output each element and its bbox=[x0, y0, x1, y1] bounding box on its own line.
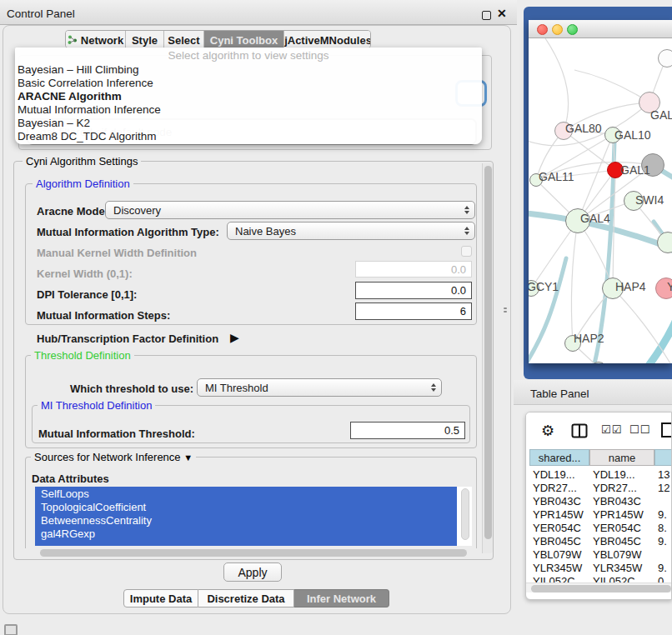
kernel-width-field[interactable]: 0.0 bbox=[355, 261, 472, 278]
close-icon[interactable]: ✕ bbox=[497, 7, 507, 20]
close-traffic-icon[interactable] bbox=[537, 24, 548, 35]
aracne-mode-combo[interactable]: Discovery bbox=[105, 201, 475, 219]
node-label: GAL80 bbox=[565, 122, 602, 135]
mi-type-combo[interactable]: Naive Bayes bbox=[227, 222, 475, 240]
apply-button[interactable]: Apply bbox=[223, 562, 282, 582]
expand-arrow-icon[interactable]: ▶ bbox=[230, 331, 239, 344]
mi-threshold-title: MI Threshold Definition bbox=[38, 399, 155, 412]
which-threshold-label: Which threshold to use: bbox=[70, 382, 193, 395]
minimized-panel-icon[interactable] bbox=[4, 624, 18, 635]
node-label: GAL bbox=[650, 108, 672, 122]
manual-kernel-checkbox[interactable] bbox=[461, 246, 472, 257]
control-panel-titlebar[interactable] bbox=[0, 0, 517, 25]
column-header-shared[interactable]: shared... bbox=[529, 449, 589, 466]
node-label: GAL1 bbox=[620, 163, 650, 177]
dropdown-item[interactable]: Mutual Information Inference bbox=[18, 103, 161, 116]
list-item[interactable]: SelfLoops bbox=[41, 488, 89, 500]
table-function-icon[interactable] bbox=[656, 422, 672, 438]
node-label: Y bbox=[667, 280, 672, 293]
network-canvas[interactable]: GAL GAL80 GAL10 GAL1 GAL11 SWI4 GAL4 GCY… bbox=[529, 38, 672, 363]
settings-vscrollbar[interactable] bbox=[482, 163, 493, 553]
show-columns-icon[interactable]: ☑☑ bbox=[601, 423, 622, 436]
tab-infer-network[interactable]: Infer Network bbox=[294, 589, 389, 608]
algorithm-definition-title: Algorithm Definition bbox=[33, 178, 133, 190]
dropdown-item[interactable]: Dream8 DC_TDC Algorithm bbox=[18, 130, 157, 142]
network-node[interactable] bbox=[658, 49, 672, 68]
attributes-list[interactable]: SelfLoops TopologicalCoefficient Between… bbox=[35, 487, 472, 546]
tab-impute-data[interactable]: Impute Data bbox=[123, 589, 198, 608]
column-view-icon[interactable] bbox=[571, 423, 588, 438]
cytopanel-tabs: Network Style Select Cyni Toolbox jActiv… bbox=[65, 30, 371, 48]
list-item[interactable]: gal4RGexp bbox=[41, 528, 95, 540]
dropdown-prompt: Select algorithm to view settings bbox=[15, 49, 482, 62]
tab-network[interactable]: Network bbox=[66, 31, 126, 48]
mi-threshold-label: Mutual Information Threshold: bbox=[38, 428, 195, 440]
splitter-handle[interactable] bbox=[503, 306, 508, 314]
settings-hscrollbar[interactable] bbox=[40, 549, 467, 557]
data-attributes-label: Data Attributes bbox=[32, 472, 109, 485]
node-label: GCY1 bbox=[529, 280, 559, 293]
settings-vscrollbar-thumb[interactable] bbox=[484, 166, 492, 539]
bottom-tabs: Impute Data Discretize Data Infer Networ… bbox=[123, 589, 389, 608]
tab-cyni-toolbox[interactable]: Cyni Toolbox bbox=[204, 31, 284, 48]
list-vscrollbar-thumb[interactable] bbox=[461, 488, 469, 540]
manual-kernel-label: Manual Kernel Width Definition bbox=[37, 247, 197, 259]
table-hscrollbar-thumb[interactable] bbox=[531, 585, 671, 592]
tab-jactivemnodules[interactable]: jActiveMNodules bbox=[284, 31, 371, 48]
node-label: HAP4 bbox=[615, 280, 646, 293]
application-window: Control Panel ✕ Network Style Select Cyn… bbox=[0, 0, 672, 635]
tab-select[interactable]: Select bbox=[164, 31, 204, 48]
control-panel-title: Control Panel bbox=[7, 8, 75, 20]
dpi-tolerance-field[interactable]: 0.0 bbox=[355, 282, 472, 299]
mi-steps-label: Mutual Information Steps: bbox=[37, 309, 170, 322]
network-window-titlebar[interactable] bbox=[529, 20, 672, 38]
which-threshold-combo[interactable]: MI Threshold bbox=[197, 378, 442, 397]
hide-columns-icon[interactable]: ☐☐ bbox=[629, 423, 650, 436]
threshold-title: Threshold Definition bbox=[31, 349, 134, 362]
node-label: GAL4 bbox=[580, 212, 610, 225]
tab-style[interactable]: Style bbox=[126, 31, 164, 48]
sources-title[interactable]: Sources for Network Inference ▼ bbox=[31, 451, 196, 463]
table-window: ⚙ ☑☑ ☐☐ shared... name YDL19...YDL19...1… bbox=[525, 412, 672, 600]
node-label: GAL10 bbox=[614, 128, 651, 142]
node-label: SWI4 bbox=[635, 193, 664, 207]
table-rows: YDL19...YDL19...13 YDR27...YDR27...12 YB… bbox=[526, 468, 672, 582]
cyni-settings-title: Cyni Algorithm Settings bbox=[23, 155, 141, 168]
tab-discretize-data[interactable]: Discretize Data bbox=[198, 589, 294, 608]
stepper-icon[interactable] bbox=[431, 383, 436, 392]
zoom-traffic-icon[interactable] bbox=[567, 24, 578, 35]
node-label: HAP2 bbox=[574, 332, 604, 345]
network-frame: GAL GAL80 GAL10 GAL1 GAL11 SWI4 GAL4 GCY… bbox=[524, 7, 672, 379]
mi-type-label: Mutual Information Algorithm Type: bbox=[37, 226, 219, 238]
algorithm-dropdown: Select algorithm to view settings Bayesi… bbox=[15, 48, 482, 144]
table-toolbar: ⚙ ☑☑ ☐☐ bbox=[526, 412, 672, 448]
dropdown-item[interactable]: Bayesian – K2 bbox=[18, 117, 90, 129]
list-item[interactable]: BetweennessCentrality bbox=[41, 514, 152, 527]
minimize-traffic-icon[interactable] bbox=[552, 24, 563, 35]
list-vscrollbar[interactable] bbox=[459, 487, 472, 546]
column-header-name[interactable]: name bbox=[589, 449, 654, 466]
tab-network-label: Network bbox=[81, 34, 123, 47]
control-panel: Control Panel ✕ Network Style Select Cyn… bbox=[0, 0, 517, 635]
column-header-partial[interactable] bbox=[654, 449, 672, 466]
dpi-tolerance-label: DPI Tolerance [0,1]: bbox=[37, 288, 137, 301]
stepper-icon[interactable] bbox=[464, 227, 469, 235]
stepper-icon[interactable] bbox=[464, 206, 469, 214]
node-label: GAL11 bbox=[539, 170, 574, 183]
network-window[interactable]: GAL GAL80 GAL10 GAL1 GAL11 SWI4 GAL4 GCY… bbox=[529, 20, 672, 363]
dropdown-item[interactable]: Basic Correlation Inference bbox=[18, 77, 153, 89]
dropdown-item[interactable]: Bayesian – Hill Climbing bbox=[18, 63, 139, 76]
list-item[interactable]: TopologicalCoefficient bbox=[41, 501, 146, 513]
collapse-arrow-icon[interactable]: ▼ bbox=[183, 452, 193, 462]
float-icon[interactable] bbox=[482, 11, 491, 20]
gear-icon[interactable]: ⚙ bbox=[541, 422, 554, 440]
mi-threshold-field[interactable]: 0.5 bbox=[350, 422, 465, 439]
table-panel-title: Table Panel bbox=[530, 388, 589, 400]
aracne-mode-label: Aracne Mode: bbox=[37, 205, 108, 218]
network-icon bbox=[68, 35, 78, 45]
dropdown-item-selected[interactable]: ARACNE Algorithm bbox=[18, 90, 122, 102]
kernel-width-label: Kernel Width (0,1): bbox=[37, 268, 133, 280]
table-hscrollbar[interactable] bbox=[526, 582, 672, 592]
hub-expander-label[interactable]: Hub/Transcription Factor Definition bbox=[37, 332, 218, 345]
mi-steps-field[interactable]: 6 bbox=[355, 302, 472, 320]
